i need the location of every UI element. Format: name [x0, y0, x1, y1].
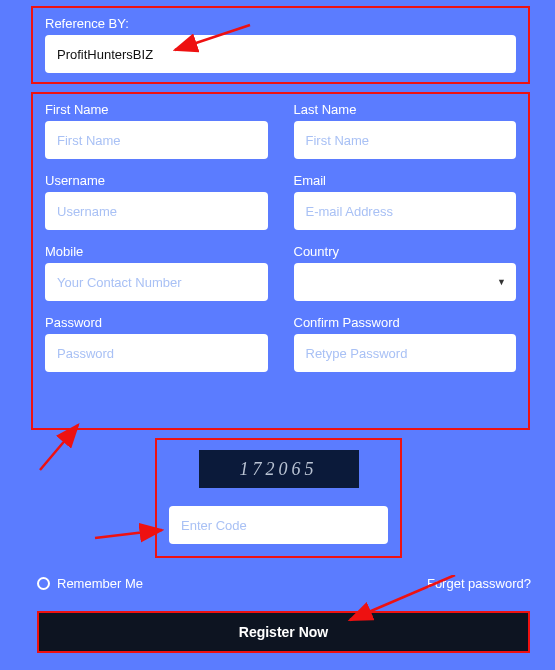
- first-name-input[interactable]: [45, 121, 268, 159]
- captcha-input[interactable]: [169, 506, 388, 544]
- last-name-label: Last Name: [294, 102, 517, 117]
- first-name-label: First Name: [45, 102, 268, 117]
- confirm-password-input[interactable]: [294, 334, 517, 372]
- country-select[interactable]: [294, 263, 517, 301]
- confirm-password-label: Confirm Password: [294, 315, 517, 330]
- username-field: Username: [45, 173, 268, 230]
- country-field: Country: [294, 244, 517, 301]
- captcha-image: 172065: [199, 450, 359, 488]
- mobile-input[interactable]: [45, 263, 268, 301]
- captcha-section: 172065: [155, 438, 402, 558]
- password-field: Password: [45, 315, 268, 372]
- email-label: Email: [294, 173, 517, 188]
- username-label: Username: [45, 173, 268, 188]
- password-input[interactable]: [45, 334, 268, 372]
- first-name-field: First Name: [45, 102, 268, 159]
- remember-me-row[interactable]: Remember Me: [37, 576, 143, 591]
- forget-password-link[interactable]: Forget password?: [427, 576, 531, 591]
- email-input[interactable]: [294, 192, 517, 230]
- confirm-password-field: Confirm Password: [294, 315, 517, 372]
- last-name-field: Last Name: [294, 102, 517, 159]
- remember-me-radio[interactable]: [37, 577, 50, 590]
- username-input[interactable]: [45, 192, 268, 230]
- svg-line-3: [40, 425, 78, 470]
- reference-label: Reference BY:: [45, 16, 516, 31]
- country-label: Country: [294, 244, 517, 259]
- remember-me-label: Remember Me: [57, 576, 143, 591]
- svg-line-5: [95, 530, 162, 538]
- fields-section: First Name Last Name Username Email Mobi…: [31, 92, 530, 430]
- mobile-label: Mobile: [45, 244, 268, 259]
- register-button[interactable]: Register Now: [37, 611, 530, 653]
- last-name-input[interactable]: [294, 121, 517, 159]
- password-label: Password: [45, 315, 268, 330]
- email-field: Email: [294, 173, 517, 230]
- reference-section: Reference BY:: [31, 6, 530, 84]
- reference-input[interactable]: [45, 35, 516, 73]
- register-button-label: Register Now: [239, 624, 328, 640]
- mobile-field: Mobile: [45, 244, 268, 301]
